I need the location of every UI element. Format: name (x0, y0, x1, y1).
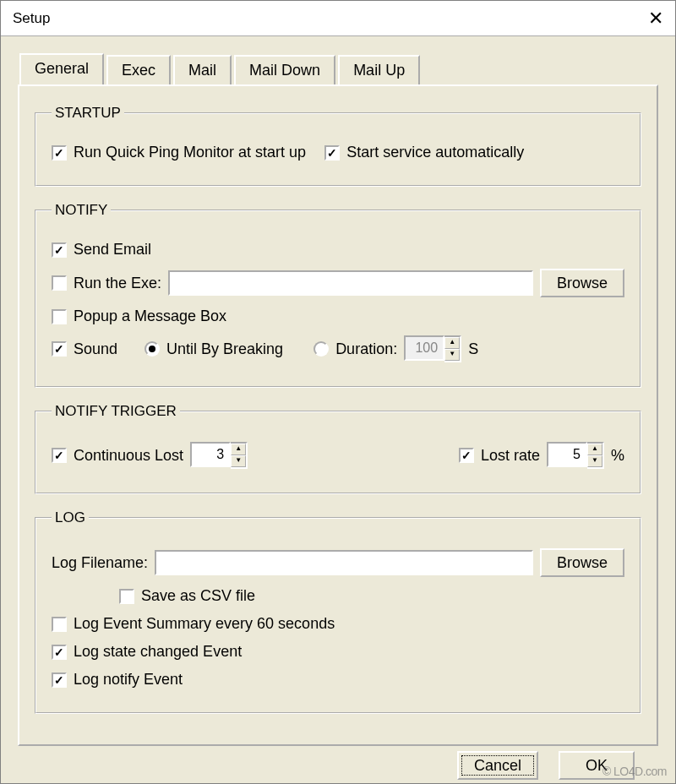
watermark: © LO4D.com (602, 765, 667, 778)
checkbox-state-changed[interactable] (52, 645, 67, 660)
radio-until-breaking[interactable] (144, 341, 160, 357)
group-startup-title: STARTUP (52, 105, 124, 122)
group-notify-trigger-title: NOTIFY TRIGGER (52, 403, 180, 420)
group-startup: STARTUP Run Quick Ping Monitor at start … (35, 105, 641, 187)
checkbox-lost-rate[interactable] (459, 448, 474, 463)
checkbox-start-service[interactable] (324, 145, 340, 161)
browse-exe-button[interactable]: Browse (540, 269, 624, 297)
browse-log-button[interactable]: Browse (540, 548, 624, 577)
tab-general[interactable]: General (19, 53, 104, 84)
label-continuous-lost: Continuous Lost (74, 447, 183, 465)
label-save-csv: Save as CSV file (141, 587, 255, 605)
group-notify: NOTIFY Send Email Run the Exe: Browse Po… (35, 202, 641, 388)
checkbox-event-summary[interactable] (52, 617, 67, 632)
window-title: Setup (13, 10, 50, 27)
close-icon[interactable]: ✕ (648, 8, 663, 30)
duration-spin-up-icon[interactable]: ▲ (444, 337, 460, 349)
label-until-breaking: Until By Breaking (166, 340, 283, 358)
label-run-at-startup: Run Quick Ping Monitor at start up (74, 144, 306, 161)
label-duration-unit: S (468, 340, 478, 358)
group-notify-title: NOTIFY (52, 202, 111, 219)
label-send-email: Send Email (74, 241, 151, 259)
dialog-footer: Cancel OK (18, 746, 658, 780)
cont-lost-spin-down-icon[interactable]: ▼ (231, 455, 246, 467)
label-event-summary: Log Event Summary every 60 seconds (74, 615, 335, 633)
tab-mail-down[interactable]: Mail Down (234, 55, 335, 86)
checkbox-save-csv[interactable] (119, 589, 134, 604)
tab-mail[interactable]: Mail (173, 55, 232, 86)
checkbox-run-exe[interactable] (52, 275, 67, 291)
label-notify-event: Log notify Event (74, 671, 183, 689)
label-run-exe: Run the Exe: (74, 275, 161, 292)
label-sound: Sound (74, 340, 117, 358)
label-log-filename: Log Filename: (52, 554, 148, 572)
tab-mail-up[interactable]: Mail Up (338, 55, 420, 86)
label-popup: Popup a Message Box (74, 308, 226, 325)
spinner-duration: ▲ ▼ (404, 335, 461, 362)
tab-bar: General Exec Mail Mail Down Mail Up (19, 53, 658, 84)
input-continuous-lost[interactable] (190, 442, 231, 467)
radio-duration[interactable] (313, 341, 329, 357)
tab-panel-general: STARTUP Run Quick Ping Monitor at start … (18, 84, 658, 746)
checkbox-run-at-startup[interactable] (52, 145, 67, 161)
spinner-lost-rate: ▲ ▼ (547, 442, 604, 469)
checkbox-notify-event[interactable] (52, 672, 67, 688)
group-log-title: LOG (52, 509, 89, 526)
group-notify-trigger: NOTIFY TRIGGER Continuous Lost ▲ ▼ Lost … (35, 403, 641, 494)
label-state-changed: Log state changed Event (74, 643, 242, 661)
label-lost-rate-unit: % (611, 447, 624, 465)
lost-rate-spin-up-icon[interactable]: ▲ (587, 444, 602, 455)
input-log-filename[interactable] (155, 550, 533, 575)
setup-dialog: Setup ✕ General Exec Mail Mail Down Mail… (0, 0, 676, 784)
spinner-continuous-lost: ▲ ▼ (190, 442, 248, 469)
input-duration[interactable] (404, 335, 444, 361)
checkbox-continuous-lost[interactable] (52, 448, 67, 463)
label-start-service: Start service automatically (346, 144, 524, 161)
duration-spin-down-icon[interactable]: ▼ (444, 349, 460, 361)
checkbox-send-email[interactable] (52, 242, 67, 258)
label-lost-rate: Lost rate (481, 447, 540, 465)
tab-exec[interactable]: Exec (106, 55, 171, 86)
titlebar: Setup ✕ (1, 1, 675, 36)
input-run-exe-path[interactable] (168, 270, 533, 296)
group-log: LOG Log Filename: Browse Save as CSV fil… (35, 509, 641, 714)
cont-lost-spin-up-icon[interactable]: ▲ (231, 444, 246, 455)
label-duration: Duration: (335, 340, 397, 358)
checkbox-sound[interactable] (52, 341, 67, 357)
lost-rate-spin-down-icon[interactable]: ▼ (587, 455, 602, 467)
cancel-button[interactable]: Cancel (457, 751, 538, 780)
checkbox-popup[interactable] (52, 309, 67, 324)
dialog-body: General Exec Mail Mail Down Mail Up STAR… (1, 36, 675, 784)
input-lost-rate[interactable] (547, 442, 587, 467)
